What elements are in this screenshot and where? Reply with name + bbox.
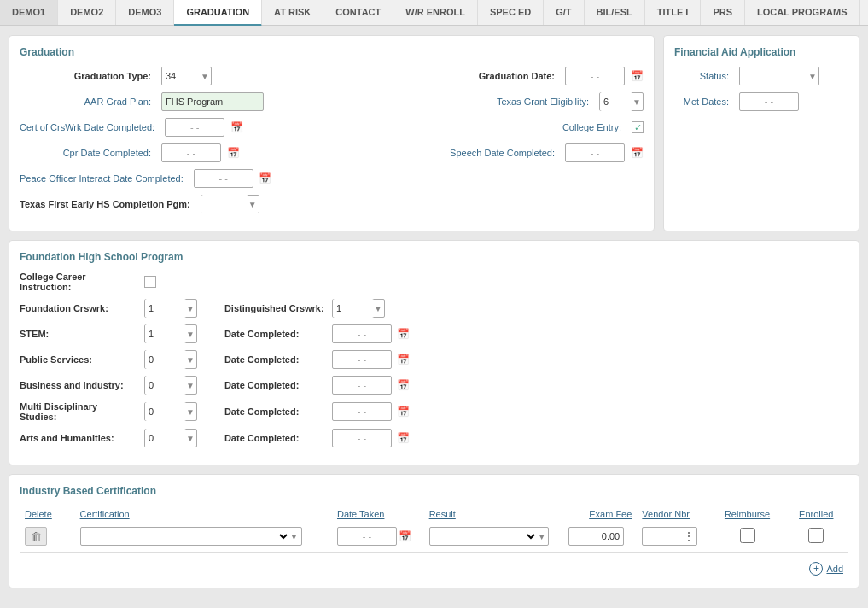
vendor-menu-icon[interactable]: ⋮	[681, 529, 696, 543]
tab-at-risk[interactable]: AT RISK	[262, 0, 323, 25]
tab-spec-ed[interactable]: SPEC ED	[478, 0, 544, 25]
ibc-card: Industry Based Certification Delete Cert…	[9, 474, 859, 588]
top-navigation: DEMO1 DEMO2 DEMO3 GRADUATION AT RISK CON…	[0, 0, 868, 26]
tab-bil-esl[interactable]: BIL/ESL	[585, 0, 645, 25]
stem-input[interactable]	[145, 324, 186, 343]
texas-grant-select-wrapper[interactable]: ▼	[599, 92, 644, 111]
foundation-crswrk-input[interactable]	[145, 299, 186, 318]
certification-select[interactable]	[81, 528, 290, 545]
speech-label: Speech Date Completed:	[449, 148, 560, 158]
col-enrolled: Enrolled	[784, 506, 848, 523]
multi-input[interactable]	[145, 402, 186, 421]
stem-calendar-icon[interactable]: 📅	[397, 327, 411, 341]
certification-select-wrapper[interactable]: ▼	[80, 527, 302, 546]
stem-select-wrapper[interactable]: ▼	[144, 324, 197, 343]
business-calendar-icon[interactable]: 📅	[397, 378, 411, 392]
business-date-input[interactable]	[332, 376, 392, 395]
public-date-label: Date Completed:	[224, 354, 327, 365]
met-dates-input[interactable]	[739, 92, 799, 111]
multi-date-input[interactable]	[332, 402, 392, 421]
exam-fee-input[interactable]	[568, 527, 624, 546]
tab-wr-enroll[interactable]: W/R ENROLL	[393, 0, 478, 25]
multi-calendar-icon[interactable]: 📅	[397, 405, 411, 418]
result-select[interactable]	[430, 528, 538, 545]
date-taken-calendar-icon[interactable]: 📅	[399, 529, 412, 543]
peace-calendar-icon[interactable]: 📅	[259, 172, 272, 185]
add-row: + Add	[20, 557, 848, 577]
texas-first-select-wrapper[interactable]: ▼	[201, 195, 259, 213]
college-entry-label: College Entry:	[541, 122, 626, 132]
enrolled-checkbox[interactable]	[808, 528, 824, 543]
tab-title-i[interactable]: TITLE I	[645, 0, 702, 25]
tab-prs[interactable]: PRS	[701, 0, 745, 25]
add-button[interactable]: Add	[826, 564, 843, 574]
graduation-date-input[interactable]	[565, 67, 625, 85]
arts-calendar-icon[interactable]: 📅	[397, 431, 411, 445]
public-date-input[interactable]	[332, 350, 392, 369]
speech-calendar-icon[interactable]: 📅	[630, 146, 644, 160]
reimburse-checkbox[interactable]	[740, 528, 755, 543]
distinguished-input[interactable]	[333, 299, 374, 318]
peace-date-input[interactable]	[194, 169, 253, 188]
business-input[interactable]	[145, 376, 186, 395]
public-input[interactable]	[145, 350, 186, 369]
public-calendar-icon[interactable]: 📅	[397, 353, 411, 366]
cert-crs-row: Cert of CrsWrk Date Completed: 📅 College…	[20, 118, 644, 137]
date-taken-cell: 📅	[332, 523, 424, 550]
arts-input[interactable]	[145, 429, 186, 447]
graduation-type-input[interactable]	[162, 67, 201, 85]
business-select-wrapper[interactable]: ▼	[144, 376, 197, 395]
vendor-wrapper[interactable]: ⋮	[642, 527, 697, 546]
tab-demo2[interactable]: DEMO2	[58, 0, 116, 25]
foundation-crswrk-select-wrapper[interactable]: ▼	[144, 299, 197, 318]
texas-first-input[interactable]	[201, 195, 248, 213]
stem-date-input[interactable]	[332, 324, 392, 343]
exam-fee-cell	[563, 523, 637, 550]
status-input[interactable]	[740, 67, 808, 85]
vendor-nbr-input[interactable]	[643, 531, 681, 541]
col-certification: Certification	[75, 506, 332, 523]
cpr-label: Cpr Date Completed:	[20, 148, 156, 158]
aar-grad-input[interactable]	[161, 92, 264, 111]
add-plus-icon[interactable]: +	[809, 562, 823, 576]
distinguished-select-wrapper[interactable]: ▼	[332, 299, 385, 318]
cpr-calendar-icon[interactable]: 📅	[226, 146, 240, 160]
tab-local-programs[interactable]: LOCAL PROGRAMS	[745, 0, 860, 25]
arts-label: Arts and Humanities:	[20, 433, 139, 443]
tab-graduation[interactable]: GRADUATION	[174, 0, 262, 26]
graduation-section-title: Graduation	[20, 46, 644, 58]
college-career-checkbox[interactable]	[144, 276, 156, 288]
date-taken-input[interactable]	[337, 527, 397, 546]
certification-cell: ▼	[75, 523, 332, 550]
public-row: Public Services: ▼ Date Completed: 📅	[20, 350, 848, 369]
ibc-table: Delete Certification Date Taken Result E…	[20, 506, 848, 549]
tab-contact[interactable]: CONTACT	[323, 0, 393, 25]
tab-gt[interactable]: G/T	[544, 0, 584, 25]
college-entry-checkbox[interactable]: ✓	[632, 121, 644, 133]
graduation-type-label: Graduation Type:	[20, 71, 156, 81]
cert-crs-date-input[interactable]	[165, 118, 224, 137]
stem-label: STEM:	[20, 329, 139, 339]
reimburse-cell	[710, 523, 784, 550]
aar-grad-row: AAR Grad Plan: Texas Grant Eligibility: …	[20, 92, 644, 111]
cpr-date-input[interactable]	[161, 143, 221, 162]
graduation-date-calendar-icon[interactable]: 📅	[630, 69, 644, 83]
public-select-wrapper[interactable]: ▼	[144, 350, 197, 369]
status-select-wrapper[interactable]: ▼	[739, 67, 819, 85]
graduation-type-select-wrapper[interactable]: ▼	[161, 67, 212, 85]
arts-date-input[interactable]	[332, 429, 392, 447]
speech-date-input[interactable]	[565, 143, 625, 162]
stem-row: STEM: ▼ Date Completed: 📅	[20, 324, 848, 343]
multi-select-wrapper[interactable]: ▼	[144, 402, 197, 421]
tab-demo3[interactable]: DEMO3	[116, 0, 174, 25]
texas-grant-input[interactable]	[600, 92, 632, 111]
tab-demo1[interactable]: DEMO1	[0, 0, 58, 25]
enrolled-cell	[784, 523, 848, 550]
arts-select-wrapper[interactable]: ▼	[144, 429, 197, 447]
delete-button[interactable]: 🗑	[25, 527, 47, 546]
multi-label: Multi DisciplinaryStudies:	[20, 401, 139, 422]
business-row: Business and Industry: ▼ Date Completed:…	[20, 376, 848, 395]
status-row: Status: ▼	[674, 67, 848, 85]
cert-crs-calendar-icon[interactable]: 📅	[230, 120, 243, 134]
result-select-wrapper[interactable]: ▼	[429, 527, 549, 546]
